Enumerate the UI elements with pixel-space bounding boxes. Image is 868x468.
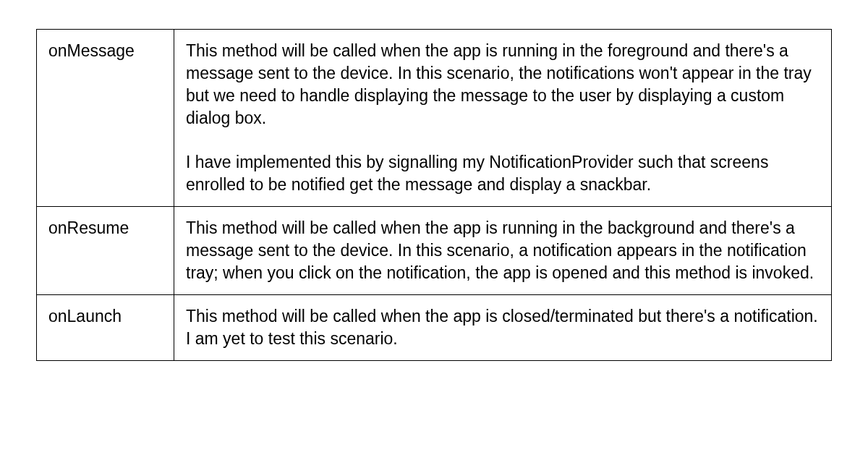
desc-paragraph: This method will be called when the app … (186, 305, 820, 350)
desc-paragraph: This method will be called when the app … (186, 217, 820, 284)
table-row: onResume This method will be called when… (37, 207, 832, 295)
method-name-cell: onMessage (37, 30, 174, 207)
desc-paragraph: I have implemented this by signalling my… (186, 151, 820, 196)
table-row: onMessage This method will be called whe… (37, 30, 832, 207)
paragraph-gap (186, 129, 820, 151)
method-desc-cell: This method will be called when the app … (174, 207, 832, 295)
method-desc-cell: This method will be called when the app … (174, 30, 832, 207)
table-row: onLaunch This method will be called when… (37, 295, 832, 361)
method-name-cell: onResume (37, 207, 174, 295)
desc-paragraph: This method will be called when the app … (186, 40, 820, 129)
methods-table: onMessage This method will be called whe… (36, 29, 832, 361)
method-name-cell: onLaunch (37, 295, 174, 361)
method-desc-cell: This method will be called when the app … (174, 295, 832, 361)
